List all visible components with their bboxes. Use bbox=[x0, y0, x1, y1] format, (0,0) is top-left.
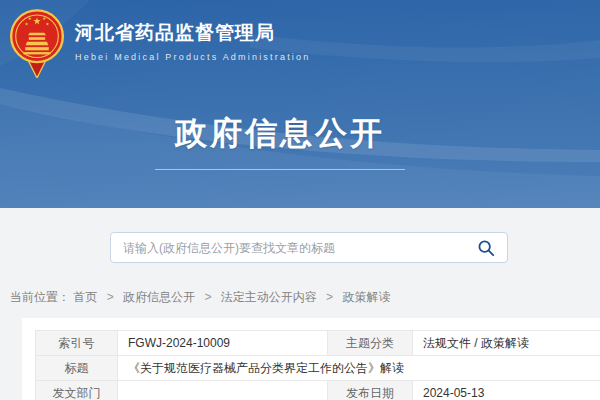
breadcrumb-item-statutory-disclosure[interactable]: 法定主动公开内容 bbox=[221, 290, 317, 304]
org-name: 河北省药品监督管理局 bbox=[75, 20, 310, 46]
department-value bbox=[118, 381, 328, 400]
page-banner: 政府信息公开 bbox=[0, 112, 560, 170]
national-emblem-icon bbox=[8, 9, 66, 78]
search-button[interactable] bbox=[471, 239, 507, 257]
title-value: 《关于规范医疗器械产品分类界定工作的公告》解读 bbox=[118, 356, 600, 381]
publish-date-label: 发布日期 bbox=[328, 381, 413, 400]
breadcrumb-item-home[interactable]: 首页 bbox=[73, 290, 97, 304]
department-label: 发文部门 bbox=[36, 381, 118, 400]
record-panel: 索引号 FGWJ-2024-10009 主题分类 法规文件 / 政策解读 标题 … bbox=[22, 318, 600, 400]
page: 河北省药品监督管理局 Hebei Medical Products Admini… bbox=[0, 0, 600, 400]
breadcrumb-separator: > bbox=[326, 290, 333, 304]
table-row: 标题 《关于规范医疗器械产品分类界定工作的公告》解读 bbox=[36, 356, 600, 381]
search-box bbox=[110, 232, 508, 263]
breadcrumb: 当前位置： 首页 > 政府信息公开 > 法定主动公开内容 > 政策解读 bbox=[10, 289, 390, 306]
record-table: 索引号 FGWJ-2024-10009 主题分类 法规文件 / 政策解读 标题 … bbox=[35, 330, 600, 400]
category-value: 法规文件 / 政策解读 bbox=[413, 331, 600, 356]
index-number-value: FGWJ-2024-10009 bbox=[118, 331, 328, 356]
index-number-label: 索引号 bbox=[36, 331, 118, 356]
breadcrumb-item-policy-interpretation[interactable]: 政策解读 bbox=[342, 290, 390, 304]
breadcrumb-prefix: 当前位置： bbox=[10, 290, 70, 304]
org-name-english: Hebei Medical Products Administration bbox=[75, 52, 310, 62]
search-icon bbox=[477, 239, 495, 257]
site-brand[interactable]: 河北省药品监督管理局 Hebei Medical Products Admini… bbox=[8, 9, 310, 78]
breadcrumb-separator: > bbox=[204, 290, 211, 304]
banner-underline bbox=[155, 169, 405, 170]
table-row: 索引号 FGWJ-2024-10009 主题分类 法规文件 / 政策解读 bbox=[36, 331, 600, 356]
publish-date-value: 2024-05-13 bbox=[413, 381, 600, 400]
category-label: 主题分类 bbox=[328, 331, 413, 356]
search-input[interactable] bbox=[111, 233, 471, 262]
hero-header: 河北省药品监督管理局 Hebei Medical Products Admini… bbox=[0, 0, 600, 208]
banner-title: 政府信息公开 bbox=[0, 112, 560, 156]
breadcrumb-separator: > bbox=[107, 290, 114, 304]
table-row: 发文部门 发布日期 2024-05-13 bbox=[36, 381, 600, 400]
brand-text: 河北省药品监督管理局 Hebei Medical Products Admini… bbox=[75, 9, 310, 62]
title-label: 标题 bbox=[36, 356, 118, 381]
breadcrumb-item-gov-info[interactable]: 政府信息公开 bbox=[123, 290, 195, 304]
